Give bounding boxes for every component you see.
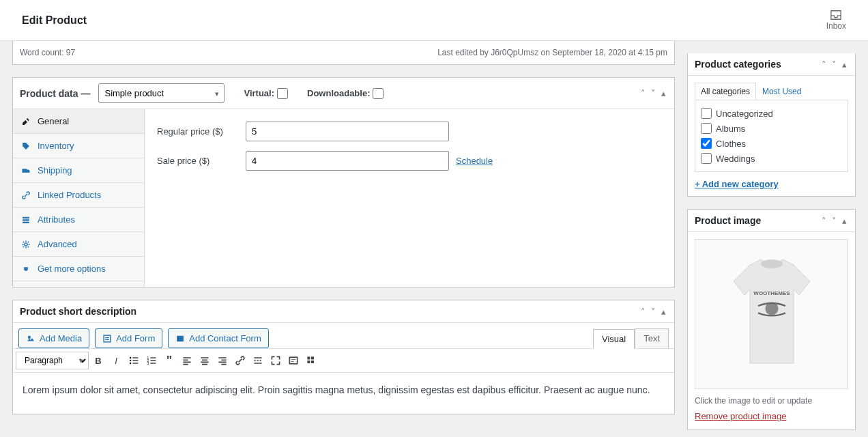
link-icon — [21, 191, 31, 200]
align-left-button[interactable] — [179, 352, 195, 369]
panel-down-icon[interactable]: ˅ — [650, 88, 657, 98]
plug-icon — [21, 264, 31, 274]
svg-text:3: 3 — [147, 362, 149, 365]
svg-rect-3 — [177, 335, 184, 341]
paragraph-select[interactable]: Paragraph — [16, 352, 89, 369]
inbox-label: Inbox — [826, 21, 846, 31]
tab-linked[interactable]: Linked Products — [13, 183, 144, 207]
add-contact-label: Add Contact Form — [189, 333, 261, 343]
align-center-button[interactable] — [197, 352, 213, 369]
insert-more-button[interactable] — [250, 352, 266, 369]
panel-up-icon[interactable]: ˄ — [639, 307, 647, 317]
svg-rect-13 — [307, 361, 310, 363]
category-weddings[interactable]: Weddings — [701, 151, 842, 166]
tab-general[interactable]: General — [13, 109, 144, 133]
wrench-icon — [21, 117, 31, 126]
bold-button[interactable]: B — [90, 352, 106, 369]
tab-advanced-label: Advanced — [38, 239, 77, 249]
toolbar-toggle-button[interactable] — [303, 352, 319, 369]
clothes-checkbox[interactable] — [701, 138, 712, 149]
panel-collapse-icon[interactable]: ▴ — [841, 59, 848, 70]
distraction-free-button[interactable] — [285, 352, 302, 369]
add-contact-button[interactable]: Add Contact Form — [168, 328, 269, 348]
category-uncategorized[interactable]: Uncategorized — [701, 106, 842, 121]
product-data-title: Product data — — [20, 88, 90, 99]
fullscreen-button[interactable] — [267, 352, 284, 369]
panel-down-icon[interactable]: ˅ — [650, 307, 657, 317]
contact-icon — [175, 334, 185, 343]
quote-button[interactable]: " — [161, 352, 177, 369]
svg-point-15 — [761, 259, 783, 268]
product-type-select[interactable]: Simple product — [98, 83, 225, 103]
inbox-button[interactable]: Inbox — [826, 10, 846, 31]
regular-price-label: Regular price ($) — [157, 126, 246, 137]
tab-more-label: Get more options — [38, 264, 106, 274]
image-title: Product image — [695, 215, 761, 226]
tab-more[interactable]: Get more options — [13, 257, 144, 281]
downloadable-checkbox[interactable] — [373, 88, 384, 99]
tab-shipping[interactable]: Shipping — [13, 158, 144, 182]
most-used-tab[interactable]: Most Used — [756, 83, 807, 100]
word-count: Word count: 97 — [20, 48, 75, 57]
tab-attributes[interactable]: Attributes — [13, 208, 144, 231]
panel-up-icon[interactable]: ˄ — [820, 216, 828, 226]
last-edited: Last edited by J6r0QpUmsz on September 1… — [437, 48, 667, 57]
tab-linked-label: Linked Products — [38, 190, 101, 200]
svg-point-5 — [130, 360, 131, 361]
tab-inventory[interactable]: Inventory — [13, 134, 144, 158]
albums-checkbox[interactable] — [701, 123, 712, 134]
bullet-list-button[interactable] — [126, 352, 142, 369]
tag-icon — [21, 141, 31, 151]
italic-button[interactable]: I — [108, 352, 124, 369]
add-form-label: Add Form — [116, 333, 155, 343]
align-right-button[interactable] — [214, 352, 231, 369]
add-media-label: Add Media — [40, 333, 82, 343]
all-categories-tab[interactable]: All categories — [695, 83, 756, 100]
svg-point-6 — [130, 363, 131, 364]
svg-rect-10 — [289, 357, 297, 364]
category-albums[interactable]: Albums — [701, 121, 842, 136]
categories-title: Product categories — [695, 59, 781, 70]
svg-rect-2 — [104, 335, 111, 342]
downloadable-label: Downloadable: — [307, 88, 370, 98]
short-desc-title: Product short description — [20, 306, 136, 317]
remove-image-link[interactable]: Remove product image — [695, 411, 848, 421]
product-image-thumbnail[interactable]: WOOTHEMES — [695, 239, 848, 389]
virtual-label: Virtual: — [244, 88, 274, 98]
sale-price-input[interactable] — [246, 151, 449, 171]
tab-inventory-label: Inventory — [38, 141, 74, 151]
number-list-button[interactable]: 123 — [143, 352, 160, 369]
inbox-icon — [830, 10, 842, 20]
svg-rect-14 — [311, 361, 314, 363]
panel-collapse-icon[interactable]: ▴ — [660, 307, 667, 317]
image-hint: Click the image to edit or update — [695, 396, 848, 406]
tab-attributes-label: Attributes — [38, 214, 75, 225]
truck-icon — [21, 166, 31, 175]
virtual-checkbox[interactable] — [277, 88, 288, 99]
panel-up-icon[interactable]: ˄ — [639, 88, 647, 98]
panel-down-icon[interactable]: ˅ — [830, 59, 838, 70]
editor-content[interactable]: Lorem ipsum dolor sit amet, consectetur … — [13, 373, 674, 414]
panel-collapse-icon[interactable]: ▴ — [841, 216, 848, 226]
tab-advanced[interactable]: Advanced — [13, 232, 144, 256]
gear-icon — [21, 240, 31, 249]
visual-tab[interactable]: Visual — [593, 329, 635, 349]
svg-point-0 — [25, 242, 27, 245]
text-tab[interactable]: Text — [635, 328, 669, 348]
weddings-checkbox[interactable] — [701, 153, 712, 164]
category-clothes[interactable]: Clothes — [701, 136, 842, 151]
panel-down-icon[interactable]: ˅ — [830, 216, 838, 226]
add-media-button[interactable]: Add Media — [18, 328, 89, 348]
schedule-link[interactable]: Schedule — [456, 156, 493, 166]
add-category-link[interactable]: + Add new category — [695, 179, 848, 189]
tshirt-icon: WOOTHEMES — [717, 253, 826, 376]
uncategorized-checkbox[interactable] — [701, 108, 712, 119]
svg-text:WOOTHEMES: WOOTHEMES — [753, 290, 790, 296]
panel-up-icon[interactable]: ˄ — [820, 59, 828, 70]
add-form-button[interactable]: Add Form — [95, 328, 162, 348]
tab-general-label: General — [38, 116, 69, 126]
panel-collapse-icon[interactable]: ▴ — [660, 88, 667, 98]
regular-price-input[interactable] — [246, 122, 449, 141]
link-button[interactable] — [232, 352, 248, 369]
media-icon — [26, 334, 35, 343]
